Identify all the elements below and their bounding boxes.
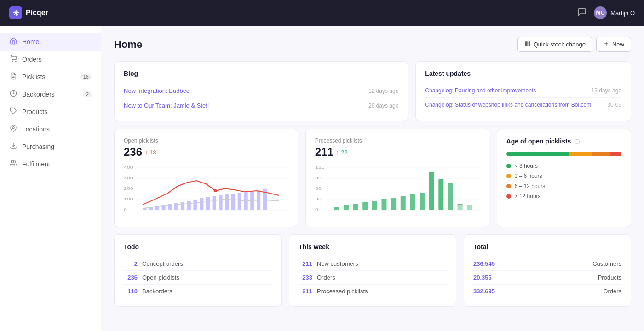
total-item-0: 236.545 Customers (473, 257, 621, 271)
age-bar-red (610, 152, 621, 156)
age-bar-green (506, 152, 570, 156)
update-link-0[interactable]: Changelog: Pausing and other improvement… (425, 87, 536, 94)
svg-rect-32 (162, 205, 166, 210)
orders-icon (9, 55, 17, 64)
quick-stock-label: Quick stock change (534, 41, 586, 48)
total-card: Total 236.545 Customers 20.355 Products … (464, 234, 631, 307)
svg-rect-66 (391, 198, 396, 210)
app-layout: Home Orders Picklists 16 Backorders 2 (0, 26, 644, 331)
stats-row: Open picklists 236 ↓ 18 400 300 200 100 … (114, 129, 631, 227)
open-picklists-label: Open picklists (124, 137, 288, 144)
sidebar-label-orders: Orders (22, 56, 42, 63)
age-label-2: 6 – 12 hours (515, 183, 546, 189)
svg-rect-35 (181, 202, 184, 210)
new-icon (603, 40, 610, 48)
age-info-icon: ⓘ (575, 139, 580, 144)
open-picklists-card: Open picklists 236 ↓ 18 400 300 200 100 … (114, 129, 298, 227)
svg-rect-37 (193, 200, 197, 210)
blog-item-0: New Integration: Budbee 12 days ago (124, 84, 398, 98)
total-item-1: 20.355 Products (473, 271, 621, 285)
user-menu[interactable]: MO Martijn O (594, 6, 635, 19)
sidebar-label-products: Products (22, 108, 47, 115)
blog-link-0[interactable]: New Integration: Budbee (124, 87, 190, 94)
sidebar-item-orders[interactable]: Orders (0, 51, 101, 68)
svg-rect-62 (353, 204, 358, 210)
updates-card: Latest updates Changelog: Pausing and ot… (415, 61, 631, 121)
logo-icon: ✳ (9, 6, 22, 19)
week-item-1: 233 Orders (299, 271, 447, 285)
processed-picklists-value: 211 ↑ 22 (315, 146, 480, 159)
new-button[interactable]: New (596, 37, 631, 52)
update-link-1[interactable]: Changelog: Status of webshop links and c… (425, 102, 591, 108)
sidebar-label-fulfilment: Fulfilment (22, 160, 50, 168)
svg-text:400: 400 (124, 165, 133, 170)
todo-label-1: Open picklists (142, 274, 179, 281)
todo-label-0: Concept orders (142, 260, 183, 267)
new-label: New (612, 41, 624, 48)
top-cards-row: Blog New Integration: Budbee 12 days ago… (114, 61, 631, 121)
locations-icon (9, 125, 17, 134)
svg-rect-36 (187, 201, 191, 210)
blog-date-0: 12 days ago (368, 88, 398, 94)
svg-rect-67 (401, 196, 406, 210)
svg-rect-63 (362, 202, 368, 210)
svg-rect-42 (225, 194, 229, 210)
age-picklists-card: Age of open picklists ⓘ < 3 hours (497, 129, 631, 227)
svg-rect-70 (429, 172, 434, 210)
age-legend-item-3: > 12 hours (506, 193, 621, 200)
app-logo[interactable]: ✳ Picqer (9, 6, 48, 19)
age-legend-item-0: < 3 hours (506, 163, 621, 169)
products-icon (9, 107, 17, 116)
sidebar-label-purchasing: Purchasing (22, 143, 54, 150)
update-item-1: Changelog: Status of webshop links and c… (425, 98, 621, 112)
svg-rect-41 (218, 195, 222, 210)
sidebar: Home Orders Picklists 16 Backorders 2 (0, 26, 101, 331)
todo-title: Todo (124, 243, 272, 251)
todo-item-2: 110 Backorders (124, 285, 272, 298)
processed-picklists-label: Processed picklists (315, 137, 480, 144)
sidebar-label-backorders: Backorders (22, 91, 55, 98)
open-picklists-value: 236 ↓ 18 (124, 146, 288, 159)
age-label-0: < 3 hours (515, 163, 538, 169)
age-dot-red (506, 194, 511, 199)
total-num-2: 332.695 (473, 288, 495, 295)
svg-point-9 (12, 127, 14, 129)
quick-stock-button[interactable]: Quick stock change (518, 37, 592, 52)
age-picklists-title: Age of open picklists ⓘ (506, 137, 621, 145)
todo-item-0: 2 Concept orders (124, 257, 272, 271)
svg-text:120: 120 (315, 165, 325, 170)
navbar-icons: MO Martijn O (577, 6, 635, 19)
svg-rect-39 (206, 197, 210, 210)
svg-rect-72 (448, 183, 453, 210)
week-label-2: Processed picklists (317, 288, 368, 295)
total-num-0: 236.545 (473, 260, 495, 267)
sidebar-item-purchasing[interactable]: Purchasing (0, 138, 101, 155)
age-dot-yellow (506, 174, 511, 178)
sidebar-item-picklists[interactable]: Picklists 16 (0, 68, 101, 86)
main-content: Home Quick stock change New (101, 26, 644, 331)
chat-icon[interactable] (577, 7, 586, 19)
sidebar-item-fulfilment[interactable]: Fulfilment (0, 155, 101, 173)
svg-point-49 (213, 189, 217, 192)
blog-item-1: New to Our Team: Jamie & Stef! 26 days a… (124, 98, 398, 113)
sidebar-item-backorders[interactable]: Backorders 2 (0, 86, 101, 103)
avatar: MO (594, 6, 607, 19)
svg-rect-40 (213, 196, 216, 210)
svg-rect-34 (174, 203, 178, 210)
page-title: Home (114, 39, 518, 51)
svg-text:0: 0 (315, 207, 318, 212)
sidebar-label-locations: Locations (22, 126, 50, 133)
svg-rect-69 (420, 193, 425, 210)
svg-point-3 (12, 61, 12, 61)
sidebar-item-home[interactable]: Home (0, 33, 101, 51)
total-num-1: 20.355 (473, 274, 492, 281)
sidebar-item-products[interactable]: Products (0, 103, 101, 120)
backorders-icon (9, 90, 17, 99)
sidebar-item-locations[interactable]: Locations (0, 120, 101, 138)
week-item-2: 211 Processed picklists (299, 285, 447, 298)
update-item-0: Changelog: Pausing and other improvement… (425, 84, 621, 98)
todo-num-0: 2 (124, 260, 138, 267)
blog-link-1[interactable]: New to Our Team: Jamie & Stef! (124, 102, 209, 109)
age-legend-item-1: 3 – 6 hours (506, 173, 621, 179)
header-actions: Quick stock change New (518, 37, 631, 52)
